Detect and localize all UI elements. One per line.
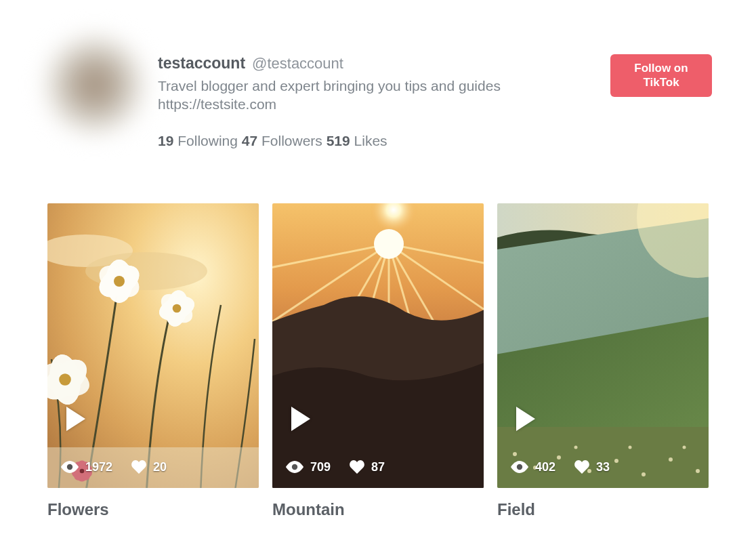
svg-point-56: [683, 445, 686, 449]
display-name: testaccount: [158, 54, 245, 73]
svg-point-14: [173, 304, 182, 312]
svg-point-53: [696, 469, 700, 473]
svg-point-54: [574, 445, 578, 449]
views-icon: [286, 461, 303, 473]
follow-button[interactable]: Follow on TikTok: [610, 54, 712, 97]
svg-point-55: [629, 445, 632, 449]
svg-point-41: [292, 464, 297, 470]
views-count: 402: [535, 460, 555, 474]
thumbnail-art: [497, 203, 709, 488]
likes-count: 519: [327, 133, 350, 148]
bio-link[interactable]: https://testsite.com: [158, 95, 709, 113]
video-card: 1972 20 Flowers: [47, 203, 259, 519]
stats: 19 Following 47 Followers 519 Likes: [158, 133, 709, 149]
svg-rect-45: [497, 427, 709, 488]
views-count: 709: [310, 460, 331, 474]
play-icon: [516, 407, 535, 431]
video-card: 402 33 Field: [497, 203, 709, 519]
followers-label: Followers: [261, 133, 322, 148]
thumbnail-art: [47, 203, 259, 488]
bio-text: Travel blogger and expert bringing you t…: [158, 78, 501, 94]
likes-count: 20: [153, 460, 167, 474]
svg-point-46: [513, 452, 517, 456]
video-card: 709 87 Mountain: [272, 203, 484, 519]
video-metrics: 709 87: [286, 460, 385, 474]
thumbnail-art: [272, 203, 484, 488]
svg-point-50: [614, 459, 618, 463]
svg-point-52: [669, 457, 673, 462]
play-icon: [291, 407, 310, 431]
likes-icon: [350, 460, 364, 474]
svg-point-20: [59, 373, 71, 386]
handle: @testaccount: [252, 55, 343, 73]
likes-label: Likes: [354, 133, 387, 148]
views-icon: [511, 461, 528, 473]
views-count: 1972: [85, 460, 112, 474]
svg-point-40: [374, 229, 404, 259]
video-feed: 1972 20 Flowers: [47, 203, 709, 519]
svg-point-58: [517, 464, 522, 470]
svg-point-8: [114, 276, 125, 287]
video-thumbnail[interactable]: 1972 20: [47, 203, 259, 488]
svg-point-48: [557, 455, 561, 460]
video-title: Mountain: [272, 500, 484, 519]
likes-count: 87: [371, 460, 385, 474]
video-title: Flowers: [47, 500, 259, 519]
following-label: Following: [177, 133, 238, 148]
likes-icon: [574, 460, 589, 474]
video-metrics: 402 33: [511, 460, 610, 474]
following-count: 19: [158, 133, 173, 148]
video-thumbnail[interactable]: 402 33: [497, 203, 709, 488]
svg-point-51: [642, 472, 646, 476]
followers-count: 47: [242, 133, 257, 148]
play-icon: [66, 407, 85, 431]
svg-point-28: [67, 464, 72, 470]
likes-count: 33: [596, 460, 610, 474]
video-metrics: 1972 20: [61, 460, 167, 474]
profile-header: testaccount @testaccount Travel blogger …: [47, 41, 709, 149]
views-icon: [61, 461, 79, 473]
avatar[interactable]: [44, 34, 146, 136]
video-thumbnail[interactable]: 709 87: [272, 203, 484, 488]
video-title: Field: [497, 500, 709, 519]
likes-icon: [131, 460, 146, 474]
